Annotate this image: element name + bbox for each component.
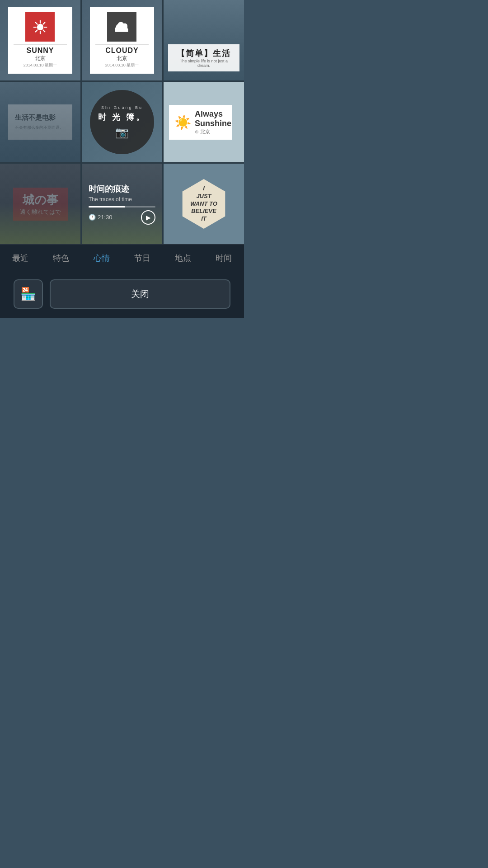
- svg-line-7: [43, 22, 45, 24]
- shop-button[interactable]: 🏪: [14, 279, 43, 309]
- believe-hexagon: IJUSTWANT TOBELIEVEIT: [179, 179, 229, 229]
- cloudy-label: CLOUDY: [95, 47, 149, 55]
- tab-location[interactable]: 地点: [175, 253, 191, 264]
- cell-sunshine[interactable]: ☀️ Always Sunshine ⊙ 北京: [164, 82, 244, 162]
- simple-life-sub: The simple life is not just a dream.: [174, 59, 234, 68]
- svg-point-0: [37, 24, 43, 30]
- svg-line-6: [43, 30, 45, 32]
- sunny-date: 2014.03.10 星期一: [14, 62, 67, 68]
- svg-line-8: [36, 30, 38, 32]
- svg-rect-15: [117, 25, 127, 29]
- cloudy-date: 2014.03.10 星期一: [95, 62, 149, 68]
- tab-mood[interactable]: 心情: [94, 253, 110, 264]
- traces-progress-bar: [89, 206, 155, 208]
- clock-icon: 🕐: [89, 214, 96, 221]
- sunshine-card: ☀️ Always Sunshine ⊙ 北京: [169, 105, 232, 140]
- svg-line-5: [36, 22, 38, 24]
- bottom-bar: 🏪 关闭: [0, 270, 244, 318]
- close-button[interactable]: 关闭: [50, 279, 230, 309]
- camera-icon: 📷: [115, 126, 129, 139]
- cell-sunny[interactable]: SUNNY 北京 2014.03.10 星期一: [0, 0, 80, 80]
- play-button[interactable]: ▶: [141, 210, 155, 225]
- cell-city[interactable]: 城の事 遠く離れてはで: [0, 164, 80, 244]
- traces-time: 🕐 21:30: [89, 214, 113, 221]
- tab-holiday[interactable]: 节日: [134, 253, 150, 264]
- sunshine-sun-icon: ☀️: [174, 114, 191, 130]
- simple-life-title: 【简单】生活: [174, 48, 234, 59]
- cell-simple-life[interactable]: 【简单】生活 The simple life is not just a dre…: [164, 0, 244, 80]
- time-card: Shi Guang Bu 时 光 簿。 📷: [90, 90, 154, 154]
- sunny-icon-bg: [25, 12, 55, 42]
- cloudy-city: 北京: [95, 55, 149, 62]
- sunny-city: 北京: [14, 55, 67, 62]
- cell-traces[interactable]: 时间的痕迹 The traces of time 🕐 21:30 ▶: [82, 164, 162, 244]
- cell-movie[interactable]: 生活不是电影 不会有那么多的不期而遇。: [0, 82, 80, 162]
- traces-title: 时间的痕迹: [89, 184, 155, 194]
- cell-believe[interactable]: IJUSTWANT TOBELIEVEIT: [164, 164, 244, 244]
- cloudy-icon-bg: [107, 12, 136, 42]
- cell-time-guang[interactable]: Shi Guang Bu 时 光 簿。 📷: [82, 82, 162, 162]
- simple-life-card: 【简单】生活 The simple life is not just a dre…: [168, 44, 239, 71]
- time-chinese: 时 光 簿。: [98, 112, 146, 123]
- believe-text: IJUSTWANT TOBELIEVEIT: [190, 185, 217, 223]
- tab-recent[interactable]: 最近: [12, 253, 28, 264]
- sticker-grid: SUNNY 北京 2014.03.10 星期一 CLOUDY 北京: [0, 0, 244, 244]
- sunshine-label: Always Sunshine: [195, 109, 231, 128]
- time-pinyin: Shi Guang Bu: [101, 105, 143, 110]
- tab-time[interactable]: 时间: [216, 253, 232, 264]
- traces-subtitle: The traces of time: [89, 196, 155, 203]
- sunshine-location: ⊙ 北京: [195, 128, 231, 135]
- nav-tabs: 最近 特色 心情 节日 地点 时间: [0, 244, 244, 270]
- traces-progress-fill: [89, 206, 125, 208]
- sunny-label: SUNNY: [14, 47, 67, 55]
- tab-featured[interactable]: 特色: [53, 253, 69, 264]
- cell-cloudy[interactable]: CLOUDY 北京 2014.03.10 星期一: [82, 0, 162, 80]
